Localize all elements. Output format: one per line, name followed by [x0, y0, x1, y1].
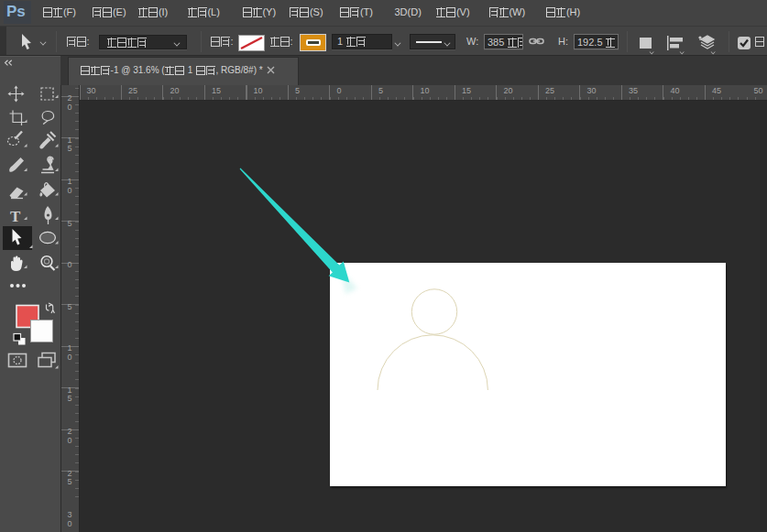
svg-text:T: T	[10, 208, 21, 225]
